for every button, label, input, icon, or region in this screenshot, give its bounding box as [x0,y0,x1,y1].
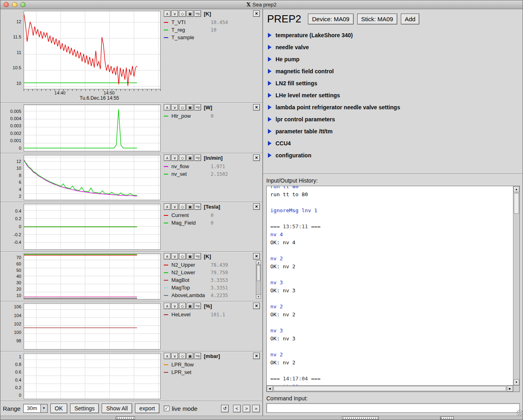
scrollbar-thumb[interactable] [257,265,260,281]
expand-triangle-icon[interactable] [268,153,272,158]
history-vertical-scrollbar[interactable]: ▲ ▼ [513,186,519,385]
expand-triangle-icon[interactable] [268,45,272,50]
log-scale-button[interactable]: log [194,155,201,161]
jump-to-end-button[interactable]: » [252,405,260,412]
section-item[interactable]: needle valve [268,41,523,53]
expand-triangle-icon[interactable] [268,93,272,98]
ok-button[interactable]: OK [50,404,67,413]
chart-area[interactable] [24,104,161,151]
history-text[interactable]: run tt 80run tt to 80 ignoreMsg lnv 1 ==… [267,186,513,385]
close-plot-button[interactable]: × [253,155,260,161]
section-item[interactable]: lpr control parameters [268,113,523,125]
scrollbar-thumb[interactable] [514,193,519,214]
zoom-button[interactable]: ◇ [179,155,186,161]
close-plot-button[interactable]: × [253,353,260,359]
expand-triangle-icon[interactable] [268,57,272,62]
section-item[interactable]: parameter table /tt/tm [268,125,523,137]
scroll-down-arrow-icon[interactable]: ▼ [256,294,261,299]
expand-triangle-icon[interactable] [268,141,272,146]
scroll-right-arrow-icon[interactable]: ▶ [507,386,513,392]
scroll-up-button[interactable]: ∧ [164,303,171,309]
live-mode-checkbox[interactable]: ✓ [164,406,169,411]
scroll-down-button[interactable]: ∨ [171,203,178,210]
resize-grip[interactable] [517,410,523,416]
replay-button[interactable]: ↺ [221,405,229,412]
zoom-button[interactable]: ◇ [179,10,186,17]
scroll-left-arrow-icon[interactable]: ◀ [267,386,273,392]
scroll-down-arrow-icon[interactable]: ▼ [513,379,519,385]
log-scale-button[interactable]: log [194,104,201,111]
pan-window-button[interactable]: ▣ [187,353,193,359]
scroll-down-button[interactable]: ∨ [171,253,178,259]
expand-triangle-icon[interactable] [268,105,272,110]
zoom-button[interactable]: ◇ [179,253,186,259]
add-button[interactable]: Add [401,14,420,24]
close-plot-button[interactable]: × [253,104,260,111]
section-item[interactable]: CCU4 [268,137,523,149]
scrollbar-thumb[interactable] [274,386,506,391]
scroll-up-button[interactable]: ∧ [164,104,171,111]
chart-area[interactable] [24,204,161,250]
scroll-down-button[interactable]: ∨ [171,353,178,359]
expand-triangle-icon[interactable] [268,129,272,134]
device-select-button[interactable]: Device: MA09 [308,14,353,24]
pan-window-button[interactable]: ▣ [187,303,193,309]
expand-triangle-icon[interactable] [268,33,272,38]
zoom-button[interactable]: ◇ [179,303,186,309]
log-scale-button[interactable]: log [194,353,201,359]
chart-area[interactable] [24,11,161,89]
scroll-down-button[interactable]: ∨ [171,10,178,17]
range-dropdown[interactable]: 30m ▼ [23,404,47,413]
stick-select-button[interactable]: Stick: MA09 [357,14,397,24]
close-plot-button[interactable]: × [253,303,260,309]
section-item[interactable]: temperature (LakeShore 340) [268,29,523,41]
io-history[interactable]: run tt 80run tt to 80 ignoreMsg lnv 1 ==… [266,186,520,392]
chart-area[interactable] [24,303,161,350]
step-forward-button[interactable]: > [243,405,250,412]
section-item[interactable]: magnetic field control [268,65,523,77]
pan-window-button[interactable]: ▣ [187,253,193,259]
zoom-button[interactable]: ◇ [179,203,186,210]
chart-area[interactable] [24,155,161,200]
log-scale-button[interactable]: log [194,303,201,309]
export-button[interactable]: export [135,404,159,413]
legend-scrollbar[interactable]: ▲ ▼ [256,260,261,299]
scroll-up-arrow-icon[interactable]: ▲ [256,260,261,265]
section-item[interactable]: lambda point refrigerator needle valve s… [268,101,523,113]
scroll-up-button[interactable]: ∧ [164,10,171,17]
expand-triangle-icon[interactable] [268,69,272,74]
scroll-down-button[interactable]: ∨ [171,104,178,111]
chart-area[interactable] [24,253,161,299]
show-all-button[interactable]: Show All [102,404,132,413]
step-back-button[interactable]: < [233,405,241,412]
pan-window-button[interactable]: ▣ [187,10,193,17]
scroll-up-button[interactable]: ∧ [164,203,171,210]
settings-button[interactable]: Settings [70,404,99,413]
chart-area[interactable] [24,353,161,399]
scroll-down-button[interactable]: ∨ [171,155,178,161]
pan-window-button[interactable]: ▣ [187,104,193,111]
scroll-down-button[interactable]: ∨ [171,303,178,309]
scroll-up-button[interactable]: ∧ [164,253,171,259]
titlebar[interactable]: XSea prep2 [0,0,523,9]
pan-window-button[interactable]: ▣ [187,203,193,210]
close-plot-button[interactable]: × [253,203,260,210]
scroll-up-arrow-icon[interactable]: ▲ [513,186,519,192]
expand-triangle-icon[interactable] [268,117,272,122]
zoom-button[interactable]: ◇ [179,353,186,359]
pan-window-button[interactable]: ▣ [187,155,193,161]
command-input[interactable] [266,403,520,413]
section-item[interactable]: He pump [268,53,523,65]
close-plot-button[interactable]: × [253,10,260,17]
expand-triangle-icon[interactable] [268,81,272,86]
scroll-up-button[interactable]: ∧ [164,155,171,161]
section-item[interactable]: LN2 fill settings [268,77,523,89]
zoom-button[interactable]: ◇ [179,104,186,111]
log-scale-button[interactable]: log [194,10,201,17]
close-plot-button[interactable]: × [253,253,260,259]
scroll-up-button[interactable]: ∧ [164,353,171,359]
log-scale-button[interactable]: log [194,253,201,259]
section-item[interactable]: configuration [268,149,523,161]
dropdown-arrow-icon[interactable]: ▼ [40,404,47,412]
history-horizontal-scrollbar[interactable]: ◀ ▶ [267,385,513,392]
